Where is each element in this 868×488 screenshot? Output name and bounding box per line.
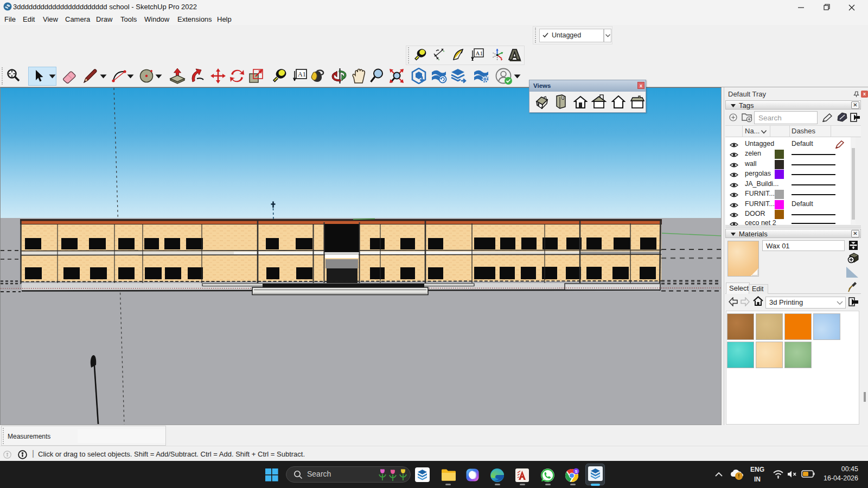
svg-text:A1: A1 — [298, 70, 306, 78]
svg-text:S: S — [575, 469, 578, 474]
svg-text:A1: A1 — [476, 50, 483, 56]
